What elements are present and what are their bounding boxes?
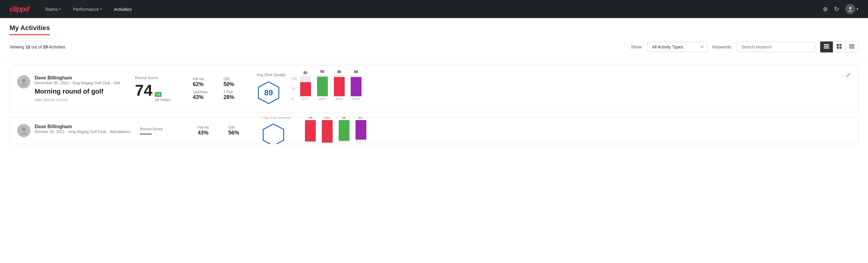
add-icon[interactable]: ⊕	[823, 5, 828, 12]
bar2-putt-fill	[355, 120, 366, 140]
stat-1putt: 1 Putt 28%	[223, 90, 247, 100]
refresh-icon[interactable]: ↻	[834, 5, 839, 12]
bar2-arg-track	[339, 120, 349, 143]
svg-point-14	[22, 127, 26, 131]
svg-point-12	[22, 79, 26, 83]
stat-1putt-label: 1 Putt	[223, 90, 247, 94]
view-list-compact-button[interactable]	[845, 41, 858, 52]
bar-app: 90 APP	[317, 69, 328, 101]
stat-gir: GIR 50%	[223, 77, 247, 88]
bar-arg-label: ARG	[336, 97, 343, 101]
bar-putt: 89 PUTT	[351, 70, 362, 101]
activity-title: Morning round of golf	[35, 88, 120, 95]
user-info: Dave Billingham December 05, 2021 - Gog …	[35, 75, 120, 102]
bar-ott-track	[300, 76, 311, 96]
bar-app-fill	[317, 77, 328, 96]
view-toggle	[820, 41, 858, 53]
bar-arg-value: 89	[337, 70, 341, 74]
svg-rect-6	[837, 47, 839, 49]
chart-wrapper-2: 94 106 92	[297, 119, 366, 143]
bar2-ott: 94	[305, 117, 316, 143]
navbar-right: ⊕ ↻ ▾	[823, 4, 858, 14]
user-avatar	[17, 75, 30, 88]
svg-marker-15	[263, 124, 284, 144]
user-name: Dave Billingham	[35, 75, 120, 81]
sq-label-col: Avg Shot Quality 89	[256, 72, 286, 105]
svg-rect-9	[849, 46, 855, 46]
view-list-detail-button[interactable]	[820, 41, 833, 52]
app-logo[interactable]: clippd	[10, 5, 29, 13]
bar-ott-fill	[300, 82, 311, 96]
stats-section-2: FW Hit 43% GIR 56%	[197, 125, 252, 136]
bar-ott: 85 OTT	[300, 71, 311, 101]
bar-app-value: 90	[320, 69, 324, 74]
nav-item-teams[interactable]: Teams ▾	[43, 7, 62, 12]
bar-chart-2: 94 106 92	[305, 119, 366, 143]
user-name-2: Dave Billingham	[35, 124, 130, 129]
bar2-arg-value: 92	[342, 117, 346, 119]
bar-putt-value: 89	[354, 70, 358, 74]
navbar: clippd Teams ▾ Performance ▾ Activities …	[0, 0, 868, 18]
nav-performance-label: Performance	[73, 7, 99, 12]
stat-gir-value: 50%	[223, 81, 247, 88]
bar-putt-track	[351, 75, 362, 96]
stat-gir-label: GIR	[223, 77, 247, 81]
bar2-ott-value: 94	[308, 117, 312, 119]
stat-fw-hit-label: FW Hit	[193, 77, 216, 81]
show-label: Show:	[631, 45, 643, 49]
viewing-count: 12	[26, 45, 30, 49]
nav-performance-chevron: ▾	[100, 7, 102, 11]
stat-updown-value: 43%	[193, 94, 216, 100]
avatar[interactable]	[845, 4, 856, 14]
score-number: 74	[135, 83, 153, 98]
stat-fw-hit-value: 62%	[193, 81, 216, 88]
stat-gir-2: GIR 56%	[228, 125, 252, 136]
sq-label-2: Avg Shot Quality	[261, 117, 290, 119]
bar-chart: 85 OTT 90 APP	[300, 77, 362, 101]
list-detail-icon	[824, 44, 829, 49]
hexagon-svg-2	[261, 123, 285, 144]
user-info-2: Dave Billingham October 16, 2021 - Gog M…	[35, 124, 130, 136]
bar2-putt-value: 87	[359, 117, 363, 119]
stat-fw-hit-value-2: 43%	[197, 130, 221, 136]
shot-quality-section-2: Avg Shot Quality 94	[261, 117, 851, 144]
user-menu[interactable]: ▾	[845, 4, 858, 14]
round-score-section-2: Round Score	[140, 127, 188, 135]
svg-rect-4	[837, 44, 839, 46]
svg-rect-8	[849, 44, 855, 45]
view-grid-button[interactable]	[833, 41, 845, 52]
bar2-app-fill	[322, 120, 333, 143]
edit-icon	[846, 73, 850, 77]
activity-card: Dave Billingham December 05, 2021 - Gog …	[10, 65, 858, 112]
y-axis-100: 100	[292, 77, 297, 80]
activity-type-select[interactable]: All Activity Types	[648, 42, 708, 52]
bar-arg-fill	[334, 77, 345, 96]
stat-updown-label: Up/Down	[193, 90, 216, 94]
sq-label-col-2: Avg Shot Quality	[261, 117, 290, 144]
list-compact-icon	[849, 44, 855, 49]
bar-ott-value: 85	[304, 71, 307, 75]
bar-app-label: APP	[319, 97, 326, 101]
svg-rect-2	[824, 46, 829, 47]
viewing-text: Viewing 12 out of 29 Activities	[10, 45, 65, 49]
score-holes: 18 Holes	[155, 97, 170, 102]
score-badge: +4	[155, 92, 162, 97]
round-score-label: Round Score	[135, 76, 183, 80]
svg-rect-7	[839, 47, 841, 49]
user-date: December 05, 2021 - Gog Magog Golf Club …	[35, 81, 120, 85]
bar2-app-track	[322, 120, 333, 143]
activity-card-2: Dave Billingham October 16, 2021 - Gog M…	[10, 117, 858, 144]
stats-section: FW Hit 62% GIR 50% Up/Down 43% 1 Putt 28…	[193, 77, 247, 100]
search-input[interactable]	[737, 42, 815, 52]
stat-fw-hit-label-2: FW Hit	[197, 125, 221, 130]
svg-rect-5	[839, 44, 841, 46]
avatar-icon	[20, 78, 28, 86]
nav-item-performance[interactable]: Performance ▾	[72, 7, 103, 12]
y-axis-50: 50	[292, 87, 297, 91]
round-score-label-2: Round Score	[140, 127, 188, 131]
svg-rect-11	[849, 48, 855, 49]
nav-item-activities[interactable]: Activities	[113, 7, 133, 12]
user-avatar-2	[17, 124, 30, 137]
edit-button[interactable]	[844, 70, 853, 80]
user-section: Dave Billingham December 05, 2021 - Gog …	[17, 75, 125, 102]
